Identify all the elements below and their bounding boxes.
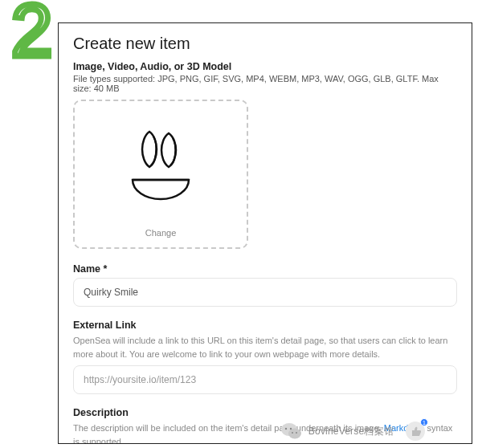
description-label: Description	[73, 407, 457, 418]
external-link-input[interactable]	[73, 365, 457, 394]
external-link-help: OpenSea will include a link to this URL …	[73, 334, 457, 360]
like-badge: 1	[420, 418, 428, 426]
media-helper-text: File types supported: JPG, PNG, GIF, SVG…	[73, 74, 457, 93]
like-icon[interactable]: 1	[405, 421, 426, 442]
svg-point-3	[285, 428, 287, 430]
svg-point-6	[296, 432, 297, 434]
media-section-label: Image, Video, Audio, or 3D Model	[73, 61, 457, 72]
name-input[interactable]	[73, 278, 457, 307]
change-media-label: Change	[145, 228, 177, 238]
media-dropzone[interactable]: Change	[73, 100, 248, 249]
footer-brand: BovineVerse档案馆 1	[280, 419, 426, 443]
svg-point-5	[292, 432, 293, 434]
chat-bubble-icon	[280, 419, 304, 443]
uploaded-image-preview	[118, 130, 203, 206]
create-item-panel: Create new item Image, Video, Audio, or …	[58, 22, 472, 444]
page-title: Create new item	[73, 35, 457, 53]
footer-brand-text: BovineVerse档案馆	[308, 425, 394, 438]
name-label: Name *	[73, 263, 457, 275]
svg-point-2	[288, 429, 301, 439]
svg-text:2: 2	[11, 0, 52, 67]
step-number-badge: 2	[8, 0, 58, 71]
svg-point-4	[290, 428, 292, 430]
external-link-label: External Link	[73, 320, 457, 331]
